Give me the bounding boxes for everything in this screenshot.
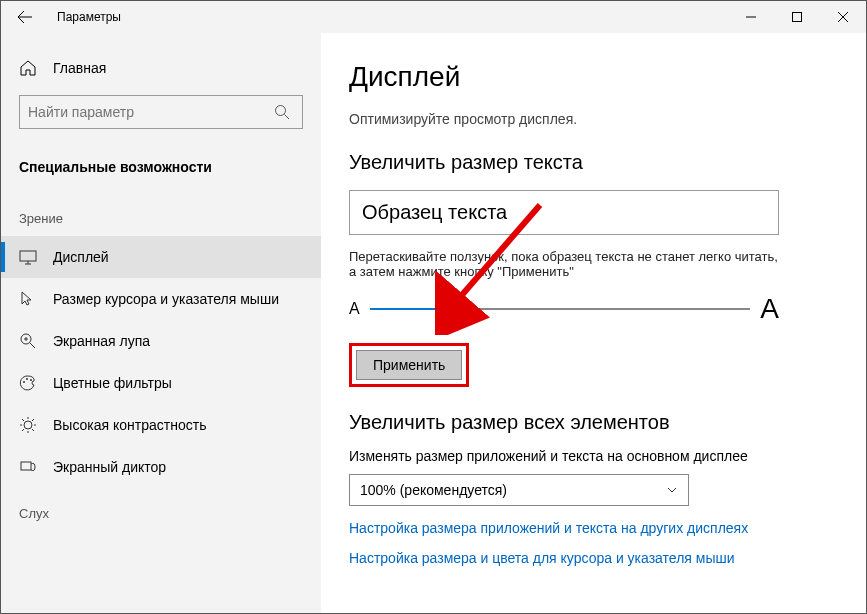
sidebar-item-magnifier[interactable]: Экранная лупа <box>1 320 321 362</box>
svg-rect-2 <box>20 251 36 261</box>
app-title: Параметры <box>57 10 121 24</box>
slider-fill <box>370 308 458 310</box>
sidebar-item-label: Дисплей <box>53 249 109 265</box>
maximize-icon <box>792 12 802 22</box>
scale-label: Изменять размер приложений и текста на о… <box>349 448 838 464</box>
minimize-button[interactable] <box>728 1 774 33</box>
everything-heading: Увеличить размер всех элементов <box>349 411 838 434</box>
content-area: Дисплей Оптимизируйте просмотр дисплея. … <box>321 33 866 613</box>
slider-max-label: A <box>760 293 779 325</box>
apply-button-highlight: Применить <box>349 343 469 387</box>
category-label: Специальные возможности <box>1 147 321 193</box>
sidebar: Главная Специальные возможности Зрение Д… <box>1 33 321 613</box>
svg-point-4 <box>23 381 25 383</box>
titlebar: Параметры <box>1 1 866 33</box>
sidebar-item-high-contrast[interactable]: Высокая контрастность <box>1 404 321 446</box>
page-description: Оптимизируйте просмотр дисплея. <box>349 111 838 127</box>
sidebar-item-label: Высокая контрастность <box>53 417 206 433</box>
slider-instruction: Перетаскивайте ползунок, пока образец те… <box>349 249 779 279</box>
scale-dropdown-value: 100% (рекомендуется) <box>360 482 507 498</box>
link-cursor-settings[interactable]: Настройка размера и цвета для курсора и … <box>349 550 838 566</box>
slider-min-label: A <box>349 300 360 318</box>
svg-point-1 <box>276 106 286 116</box>
svg-point-6 <box>30 379 32 381</box>
slider-thumb[interactable] <box>453 298 461 320</box>
page-title: Дисплей <box>349 61 838 93</box>
sidebar-item-label: Экранная лупа <box>53 333 150 349</box>
sidebar-item-cursor[interactable]: Размер курсора и указателя мыши <box>1 278 321 320</box>
sidebar-item-label: Размер курсора и указателя мыши <box>53 291 279 307</box>
home-icon <box>19 59 37 77</box>
back-button[interactable] <box>9 9 41 25</box>
arrow-left-icon <box>17 9 33 25</box>
group-hearing: Слух <box>1 488 321 531</box>
maximize-button[interactable] <box>774 1 820 33</box>
sidebar-item-label: Экранный диктор <box>53 459 166 475</box>
chevron-down-icon <box>666 484 678 496</box>
home-nav[interactable]: Главная <box>1 51 321 85</box>
palette-icon <box>19 374 37 392</box>
monitor-icon <box>19 248 37 266</box>
search-button[interactable] <box>270 104 294 120</box>
sidebar-item-color-filters[interactable]: Цветные фильтры <box>1 362 321 404</box>
sample-text-box: Образец текста <box>349 190 779 235</box>
contrast-icon <box>19 416 37 434</box>
close-button[interactable] <box>820 1 866 33</box>
text-size-heading: Увеличить размер текста <box>349 151 838 174</box>
home-label: Главная <box>53 60 106 76</box>
text-size-slider[interactable] <box>370 308 751 310</box>
magnifier-icon <box>19 332 37 350</box>
scale-dropdown[interactable]: 100% (рекомендуется) <box>349 474 689 506</box>
svg-point-5 <box>26 378 28 380</box>
group-vision: Зрение <box>1 193 321 236</box>
cursor-icon <box>19 290 37 308</box>
sidebar-item-narrator[interactable]: Экранный диктор <box>1 446 321 488</box>
sidebar-item-display[interactable]: Дисплей <box>1 236 321 278</box>
close-icon <box>838 12 848 22</box>
minimize-icon <box>746 12 756 22</box>
svg-rect-0 <box>793 13 802 22</box>
sidebar-item-label: Цветные фильтры <box>53 375 172 391</box>
narrator-icon <box>19 458 37 476</box>
apply-button[interactable]: Применить <box>356 350 462 380</box>
link-other-displays[interactable]: Настройка размера приложений и текста на… <box>349 520 838 536</box>
search-box[interactable] <box>19 95 303 129</box>
search-icon <box>274 104 290 120</box>
text-size-slider-row: A A <box>349 293 779 325</box>
svg-rect-8 <box>21 462 31 470</box>
svg-point-7 <box>24 421 32 429</box>
search-input[interactable] <box>28 104 270 120</box>
